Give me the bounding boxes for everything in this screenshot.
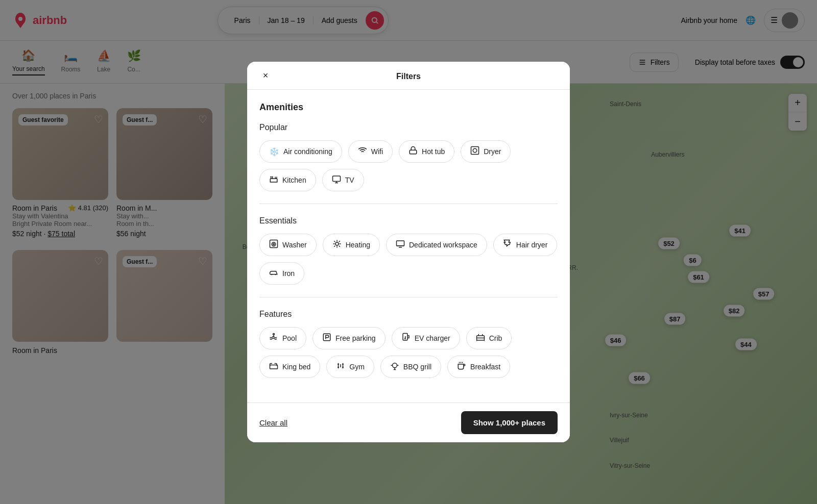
gym-icon — [336, 361, 345, 372]
bbq-grill-icon — [390, 361, 399, 372]
amenity-king-bed[interactable]: King bed — [259, 356, 320, 378]
crib-label: Crib — [489, 334, 502, 342]
tv-label: TV — [345, 176, 354, 184]
kitchen-label: Kitchen — [282, 176, 306, 184]
ev-charger-label: EV charger — [415, 334, 450, 342]
filters-modal: × Filters Amenities Popular ❄️ Air condi… — [247, 62, 570, 442]
amenity-air-conditioning[interactable]: ❄️ Air conditioning — [259, 140, 342, 163]
wifi-icon — [358, 146, 367, 157]
svg-point-9 — [272, 242, 276, 246]
amenity-dedicated-workspace[interactable]: Dedicated workspace — [386, 234, 487, 256]
heating-icon — [332, 239, 342, 250]
king-bed-label: King bed — [282, 363, 310, 371]
svg-rect-5 — [471, 147, 479, 155]
amenity-free-parking[interactable]: Free parking — [313, 327, 386, 349]
bbq-grill-label: BBQ grill — [403, 363, 431, 371]
dedicated-workspace-icon — [396, 239, 405, 250]
essentials-amenities-grid: Washer Heating Dedicated workspace — [259, 234, 558, 285]
pool-icon — [269, 333, 278, 344]
amenity-washer[interactable]: Washer — [259, 234, 317, 256]
crib-icon — [476, 333, 485, 344]
hot-tub-label: Hot tub — [422, 147, 445, 156]
king-bed-icon — [269, 361, 278, 372]
air-conditioning-icon: ❄️ — [269, 147, 279, 157]
show-places-button[interactable]: Show 1,000+ places — [461, 411, 558, 434]
svg-point-6 — [473, 148, 477, 153]
amenity-pool[interactable]: Pool — [259, 327, 306, 349]
amenity-kitchen[interactable]: Kitchen — [259, 169, 316, 191]
amenity-breakfast[interactable]: Breakfast — [447, 356, 510, 378]
dedicated-workspace-label: Dedicated workspace — [409, 241, 477, 249]
modal-close-button[interactable]: × — [257, 67, 274, 84]
features-amenities-grid: Pool Free parking EV charger — [259, 327, 558, 378]
amenity-gym[interactable]: Gym — [326, 356, 374, 378]
washer-icon — [269, 239, 278, 250]
amenity-wifi[interactable]: Wifi — [348, 140, 393, 163]
air-conditioning-label: Air conditioning — [283, 147, 332, 156]
essentials-subsection-title: Essentials — [259, 216, 558, 225]
breakfast-label: Breakfast — [470, 363, 500, 371]
kitchen-icon — [269, 174, 278, 186]
ev-charger-icon — [401, 333, 411, 344]
modal-title: Filters — [396, 72, 421, 81]
amenity-heating[interactable]: Heating — [323, 234, 380, 256]
hair-dryer-icon — [503, 239, 512, 250]
amenity-hot-tub[interactable]: Hot tub — [399, 140, 454, 163]
popular-subsection-title: Popular — [259, 123, 558, 132]
dryer-icon — [470, 146, 479, 157]
amenity-hair-dryer[interactable]: Hair dryer — [493, 234, 557, 256]
iron-icon — [269, 268, 278, 279]
free-parking-icon — [322, 333, 331, 344]
svg-rect-4 — [410, 150, 417, 154]
modal-header: × Filters — [247, 62, 570, 90]
wifi-label: Wifi — [371, 147, 383, 156]
features-subsection-title: Features — [259, 310, 558, 319]
modal-overlay[interactable]: × Filters Amenities Popular ❄️ Air condi… — [0, 0, 817, 504]
dryer-label: Dryer — [484, 147, 501, 156]
amenity-crib[interactable]: Crib — [466, 327, 512, 349]
svg-rect-12 — [396, 241, 404, 246]
modal-footer: Clear all Show 1,000+ places — [247, 402, 570, 442]
popular-amenities-grid: ❄️ Air conditioning Wifi Hot tub — [259, 140, 558, 191]
free-parking-label: Free parking — [335, 334, 376, 342]
washer-label: Washer — [282, 241, 307, 249]
amenity-ev-charger[interactable]: EV charger — [392, 327, 460, 349]
amenities-section-title: Amenities — [259, 102, 558, 113]
svg-point-11 — [335, 242, 339, 245]
hair-dryer-label: Hair dryer — [516, 241, 547, 249]
heating-label: Heating — [346, 241, 370, 249]
tv-icon — [332, 174, 341, 186]
modal-body: Amenities Popular ❄️ Air conditioning Wi… — [247, 90, 570, 402]
amenity-tv[interactable]: TV — [322, 169, 364, 191]
pool-label: Pool — [282, 334, 297, 342]
section-divider-2 — [259, 297, 558, 297]
breakfast-icon — [457, 361, 466, 372]
iron-label: Iron — [282, 269, 295, 278]
section-divider — [259, 204, 558, 204]
hot-tub-icon — [408, 146, 418, 157]
svg-point-16 — [392, 363, 397, 368]
amenity-dryer[interactable]: Dryer — [461, 140, 511, 163]
amenity-bbq-grill[interactable]: BBQ grill — [380, 356, 441, 378]
clear-all-button[interactable]: Clear all — [259, 418, 287, 427]
svg-point-10 — [273, 243, 275, 245]
gym-label: Gym — [349, 363, 365, 371]
amenity-iron[interactable]: Iron — [259, 262, 304, 285]
svg-rect-7 — [332, 176, 340, 182]
